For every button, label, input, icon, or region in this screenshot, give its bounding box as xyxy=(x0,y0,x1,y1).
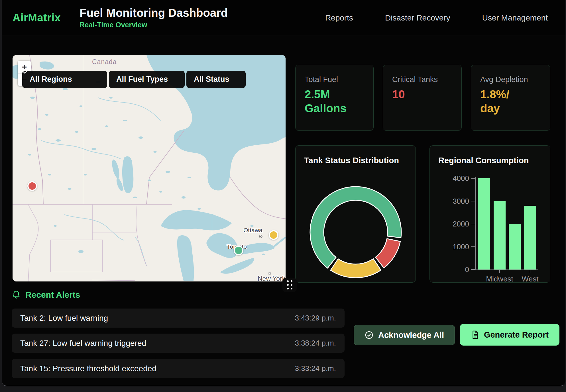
donut-segment-warning xyxy=(331,259,381,278)
nav-item-disaster-recovery[interactable]: Disaster Recovery xyxy=(385,13,450,23)
bar-x-axis xyxy=(475,270,538,270)
acknowledge-all-label: Acknowledge All xyxy=(378,330,444,340)
y-tick xyxy=(471,246,475,247)
dashboard-frame: AirMatrix Fuel Monitoring Dashboard Real… xyxy=(2,0,565,386)
x-tick xyxy=(530,270,530,273)
map-label-new-york: New York xyxy=(258,275,286,281)
alert-message: Tank 15: Pressure threshold exceeded xyxy=(20,364,156,373)
filter-label: All Regions xyxy=(30,75,72,84)
bell-icon xyxy=(12,290,21,300)
check-circle-icon xyxy=(365,330,374,340)
filter-label: All Status xyxy=(194,75,229,84)
stat-label: Avg Depletion xyxy=(480,75,541,84)
generate-report-label: Generate Report xyxy=(484,330,549,340)
stat-label: Critical Tanks xyxy=(392,75,452,84)
tank-marker-normal[interactable] xyxy=(234,246,243,255)
filter-dropdown-all-regions[interactable]: All Regions xyxy=(22,71,107,88)
tank-status-donut-chart xyxy=(296,146,416,283)
stat-value: 1.8%/day xyxy=(480,87,541,115)
acknowledge-all-button[interactable]: Acknowledge All xyxy=(354,325,455,345)
bar-midwest xyxy=(494,201,506,270)
map-filters: All RegionsAll Fuel TypesAll Status xyxy=(22,71,246,88)
alerts-title: Recent Alerts xyxy=(25,290,80,300)
y-tick xyxy=(471,178,475,179)
bar-region-3 xyxy=(509,224,521,270)
stat-label: Total Fuel xyxy=(305,75,364,84)
nav-item-user-management[interactable]: User Management xyxy=(482,13,548,23)
x-tick xyxy=(499,270,500,273)
tank-marker-critical[interactable] xyxy=(27,181,37,191)
alert-message: Tank 27: Low fuel warning triggered xyxy=(20,339,146,348)
alert-timestamp: 3:38:24 p.m. xyxy=(295,339,336,348)
regional-consumption-card: Regional Consumption 01000200030004000Mi… xyxy=(429,145,550,283)
chevron-down-icon xyxy=(22,71,27,74)
stat-value: 10 xyxy=(392,87,452,101)
map-label-canada: Canada xyxy=(92,58,117,66)
alert-row[interactable]: Tank 27: Low fuel warning triggered3:38:… xyxy=(12,334,345,353)
y-tick xyxy=(471,224,475,224)
bar-y-axis xyxy=(475,177,476,270)
bar-region-1 xyxy=(478,178,490,270)
alert-timestamp: 3:43:29 p.m. xyxy=(295,314,336,322)
bar-west xyxy=(524,206,536,270)
map-panel[interactable]: Canada Ottawa Toronto New York + − All R… xyxy=(13,55,286,281)
page-subtitle: Real-Time Overview xyxy=(80,21,228,29)
app-logo: AirMatrix xyxy=(13,12,61,24)
alert-row[interactable]: Tank 15: Pressure threshold exceeded3:33… xyxy=(12,359,345,378)
x-tick-label: West xyxy=(510,275,550,283)
header: AirMatrix Fuel Monitoring Dashboard Real… xyxy=(2,0,565,36)
tank-marker-warning[interactable] xyxy=(269,230,278,240)
donut-chart-title: Tank Status Distribution xyxy=(304,156,399,165)
stat-card-total-fuel: Total Fuel2.5MGallons xyxy=(295,65,374,131)
y-tick-label: 0 xyxy=(443,265,469,274)
y-tick-label: 4000 xyxy=(443,174,469,183)
filter-dropdown-all-status[interactable]: All Status xyxy=(186,71,246,88)
y-tick xyxy=(471,201,475,201)
filter-label: All Fuel Types xyxy=(116,75,168,84)
y-tick-label: 3000 xyxy=(443,197,469,206)
header-nav: ReportsDisaster RecoveryUser Management xyxy=(325,13,548,23)
alert-timestamp: 3:33:24 p.m. xyxy=(295,364,336,373)
stat-card-avg-depletion: Avg Depletion1.8%/day xyxy=(471,65,550,131)
regional-consumption-bar-chart: 01000200030004000MidwestWest xyxy=(430,146,551,283)
generate-report-button[interactable]: Generate Report xyxy=(460,324,559,346)
page-title: Fuel Monitoring Dashboard xyxy=(80,7,228,19)
y-tick xyxy=(471,269,475,270)
alert-row[interactable]: Tank 2: Low fuel warning3:43:29 p.m. xyxy=(12,309,345,328)
stat-card-critical-tanks: Critical Tanks10 xyxy=(383,65,462,131)
map-label-ottawa: Ottawa xyxy=(243,227,262,233)
map-canvas: Canada Ottawa Toronto New York xyxy=(13,55,286,281)
stat-value: 2.5MGallons xyxy=(305,87,364,115)
nav-item-reports[interactable]: Reports xyxy=(325,13,353,23)
alerts-header: Recent Alerts xyxy=(12,290,80,300)
donut-segment-critical xyxy=(375,239,400,268)
tank-status-card: Tank Status Distribution xyxy=(295,145,416,283)
title-block: Fuel Monitoring Dashboard Real-Time Over… xyxy=(80,7,228,29)
y-tick-label: 1000 xyxy=(443,242,469,251)
panel-drag-handle-icon[interactable] xyxy=(282,278,297,292)
alert-message: Tank 2: Low fuel warning xyxy=(20,314,108,323)
y-tick-label: 2000 xyxy=(443,220,469,228)
filter-dropdown-all-fuel-types[interactable]: All Fuel Types xyxy=(109,71,185,88)
report-document-icon xyxy=(471,330,479,339)
